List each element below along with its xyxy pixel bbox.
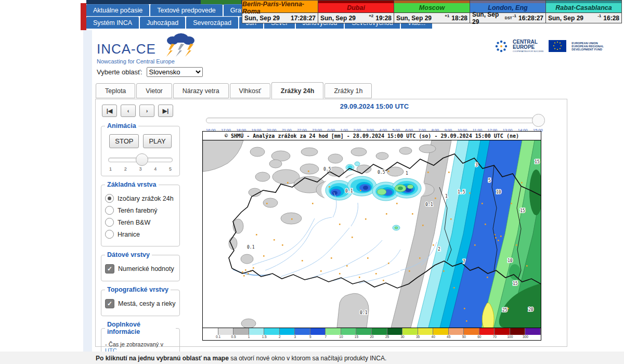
- contour-label: 0.1: [425, 202, 433, 207]
- legend-cell-2: [233, 328, 249, 335]
- speed-slider[interactable]: [108, 153, 173, 165]
- clock-dst-flag: DST: [505, 16, 512, 20]
- legend-cell-7: [310, 328, 326, 335]
- map-canvas[interactable]: 0.10.10.10.10.50.5111.523510151571015202…: [203, 140, 541, 328]
- tab-teplota[interactable]: Teplota: [96, 83, 135, 98]
- tab-n-razy-vetra[interactable]: Nárazy vetra: [173, 83, 229, 98]
- city-dot: [495, 237, 497, 239]
- nav-tab-row2-0[interactable]: Systém INCA: [86, 17, 139, 29]
- skip-start-button[interactable]: |◀: [102, 105, 117, 117]
- city-dot: [388, 171, 389, 172]
- city-dot: [248, 273, 249, 275]
- legend-cell-0: [203, 328, 218, 335]
- step-forward-button[interactable]: ›: [139, 105, 154, 117]
- stop-button[interactable]: STOP: [109, 134, 139, 148]
- city-dot: [329, 186, 330, 188]
- radio-unselected[interactable]: [105, 206, 114, 215]
- footer-note: Po kliknutí na jednu vybranú oblasť na m…: [96, 355, 386, 362]
- legend-label-30: 30: [400, 335, 404, 339]
- radio-selected[interactable]: [105, 194, 114, 203]
- tab-vlhkos-[interactable]: Vlhkosť: [230, 83, 270, 98]
- info-legend: Doplnkové informácie: [105, 321, 176, 335]
- legend-cell-11: [372, 328, 387, 335]
- city-dot: [312, 203, 314, 204]
- clock-utc-offset: -1: [513, 14, 516, 18]
- clock-time: 16:28:27: [518, 15, 543, 22]
- clock-city: Dubai: [318, 3, 394, 13]
- radio-label: Terén B&W: [118, 219, 150, 226]
- region-select[interactable]: Slovensko: [147, 67, 203, 77]
- radio-option-3[interactable]: Hranice: [105, 230, 176, 239]
- city-dot: [526, 265, 528, 267]
- radio-option-1[interactable]: Terén farebný: [105, 206, 176, 215]
- logo-subtitle: Nowcasting for Central Europe: [97, 58, 200, 64]
- city-dot: [383, 280, 384, 281]
- contour-label: 25: [502, 308, 508, 313]
- tab-vietor[interactable]: Vietor: [136, 83, 172, 98]
- nav-tab-row1-1[interactable]: Textové predpovede: [150, 4, 223, 16]
- city-dot: [339, 273, 341, 275]
- city-dot: [485, 224, 486, 225]
- legend-cell-3: [249, 328, 265, 335]
- precipitation-map[interactable]: © SHMÚ - Analýza zrážok za 24 hod [mm] -…: [202, 131, 541, 341]
- map-legend: 0.10.511.5235710152025303540455060701003…: [203, 328, 541, 340]
- animation-legend: Animácia: [105, 122, 138, 129]
- legend-label-300: 300: [523, 335, 528, 339]
- legend-cell-20: [510, 328, 526, 335]
- time-slider-track[interactable]: [206, 118, 543, 123]
- nav-tab-row1-0[interactable]: Aktuálne počasie: [86, 4, 149, 16]
- radio-unselected[interactable]: [105, 230, 114, 239]
- radio-option-0[interactable]: Izočiary zrážok 24h: [105, 194, 176, 203]
- partner-logos: CENTRAL EUROPE COOPERATING FOR SUCCESS E…: [495, 40, 604, 53]
- control-sidebar: |◀‹›▶| Animácia STOP PLAY 12345 Základná…: [101, 103, 180, 364]
- clock-date: Sun, Sep 29: [244, 15, 291, 22]
- speed-label-3: 3: [139, 166, 141, 172]
- legend-cell-17: [464, 328, 479, 335]
- legend-label-20: 20: [370, 335, 373, 339]
- radio-option-2[interactable]: Terén B&W: [105, 218, 176, 227]
- nav-tab-row2-2[interactable]: Severozápad: [186, 17, 238, 29]
- city-dot: [263, 255, 265, 257]
- nav-tab-row2-1[interactable]: Juhozápad: [140, 17, 185, 29]
- radio-unselected[interactable]: [105, 218, 114, 227]
- topo-layers-legend: Topografické vrstvy: [105, 286, 171, 293]
- legend-label-25: 25: [385, 335, 389, 339]
- legend-label-100: 100: [507, 335, 513, 339]
- eu-flag-icon: [549, 40, 566, 52]
- time-slider-thumb[interactable]: [532, 114, 545, 127]
- parameter-tabs: TeplotaVietorNárazy vetraVlhkosťZrážky 2…: [96, 83, 372, 98]
- speed-slider-thumb[interactable]: [136, 153, 148, 166]
- tab-zr-ky-1h[interactable]: Zrážky 1h: [324, 83, 372, 98]
- contour-label: 15: [513, 281, 518, 286]
- checkbox-checked[interactable]: ✓: [105, 299, 114, 308]
- checkbox-label: Numerické hodnoty: [118, 265, 174, 272]
- contour-label: 20: [528, 307, 534, 312]
- city-dot: [243, 275, 245, 277]
- city-dot: [291, 218, 293, 220]
- eu-text: EUROPEAN UNIONEUROPEAN REGIONALDEVELOPME…: [571, 42, 604, 51]
- step-back-button[interactable]: ‹: [121, 105, 136, 117]
- checkbox-option-0[interactable]: ✓Numerické hodnoty: [105, 264, 176, 274]
- city-dot: [253, 267, 254, 269]
- play-button[interactable]: PLAY: [143, 134, 171, 148]
- clock-time: 18:28: [451, 15, 467, 22]
- legend-cell-15: [433, 328, 449, 335]
- checkbox-checked[interactable]: ✓: [105, 264, 114, 274]
- timeline-title: 29.09.2024 15:00 UTC: [206, 102, 543, 110]
- clock-city: Moscow: [394, 3, 470, 13]
- contour-label: 10: [508, 258, 513, 263]
- left-edge-strip: [83, 30, 92, 352]
- city-dot: [302, 260, 303, 262]
- footer-note-bold: Po kliknutí na jednu vybranú oblasť na m…: [96, 355, 229, 362]
- city-dot: [346, 265, 348, 267]
- legend-cell-10: [356, 328, 372, 335]
- skip-end-button[interactable]: ▶|: [158, 105, 173, 117]
- checkbox-option-0[interactable]: ✓Mestá, cesty a rieky: [105, 299, 176, 308]
- city-dot: [308, 171, 309, 172]
- time-slider[interactable]: [206, 114, 543, 126]
- city-dot: [516, 244, 517, 246]
- clock-datetime: Sun, Sep 29+118:28: [394, 13, 470, 23]
- legend-label-7: 7: [325, 335, 327, 339]
- legend-label-15: 15: [355, 335, 358, 339]
- tab-zr-ky-24h[interactable]: Zrážky 24h: [271, 82, 324, 99]
